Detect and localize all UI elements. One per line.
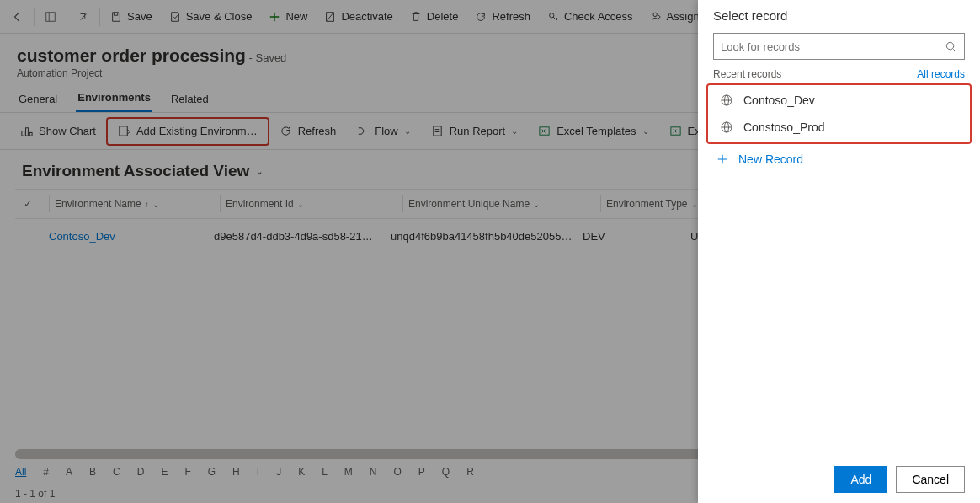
- lookup-panel: Select record Recent records All records…: [698, 0, 980, 503]
- record-name: Constoso_Prod: [743, 120, 825, 134]
- panel-search[interactable]: [713, 33, 965, 60]
- panel-title: Select record: [698, 0, 980, 29]
- globe-icon: [720, 94, 733, 107]
- cancel-button[interactable]: Cancel: [896, 466, 965, 493]
- add-button[interactable]: Add: [834, 466, 887, 493]
- plus-icon: [716, 153, 728, 165]
- search-input[interactable]: [721, 40, 945, 53]
- record-item[interactable]: Constoso_Prod: [708, 114, 970, 141]
- record-item[interactable]: Contoso_Dev: [708, 87, 970, 114]
- recent-records-box: Contoso_Dev Constoso_Prod: [706, 83, 972, 144]
- all-records-link[interactable]: All records: [917, 68, 965, 80]
- new-record-label: New Record: [738, 153, 803, 166]
- svg-line-16: [953, 49, 956, 51]
- record-name: Contoso_Dev: [743, 94, 815, 107]
- svg-point-15: [946, 42, 953, 49]
- search-icon: [945, 40, 957, 53]
- globe-icon: [720, 120, 733, 134]
- recent-records-label: Recent records: [713, 68, 781, 80]
- new-record-button[interactable]: New Record: [698, 144, 980, 174]
